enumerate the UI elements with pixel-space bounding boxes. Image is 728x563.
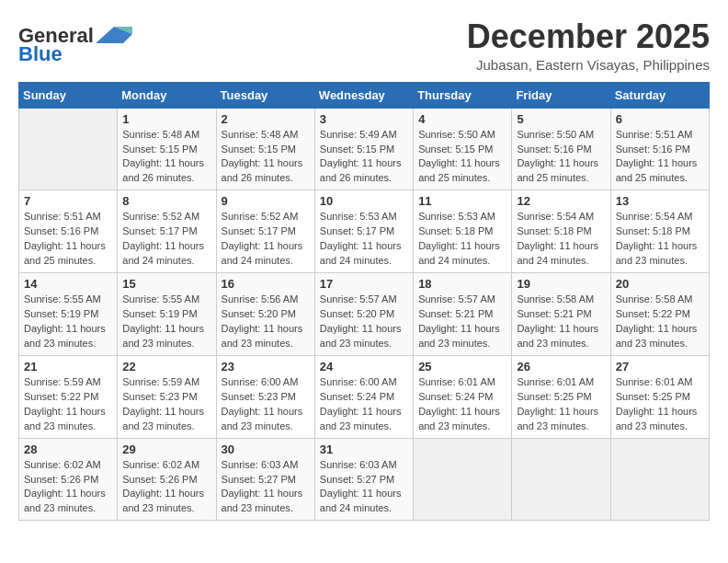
calendar-cell: 3Sunrise: 5:49 AM Sunset: 5:15 PM Daylig…: [314, 108, 413, 190]
day-number: 1: [122, 112, 210, 126]
day-number: 17: [320, 277, 408, 291]
day-number: 9: [222, 194, 310, 208]
day-number: 12: [517, 194, 605, 208]
week-row-2: 7Sunrise: 5:51 AM Sunset: 5:16 PM Daylig…: [19, 190, 710, 273]
header-row: SundayMondayTuesdayWednesdayThursdayFrid…: [19, 82, 710, 108]
day-info: Sunrise: 6:01 AM Sunset: 5:24 PM Dayligh…: [418, 375, 506, 434]
calendar-cell: [19, 108, 118, 190]
day-number: 15: [122, 277, 210, 291]
day-info: Sunrise: 5:48 AM Sunset: 5:15 PM Dayligh…: [222, 128, 310, 187]
day-info: Sunrise: 5:58 AM Sunset: 5:22 PM Dayligh…: [616, 293, 704, 351]
calendar-cell: 29Sunrise: 6:02 AM Sunset: 5:26 PM Dayli…: [118, 438, 216, 521]
col-header-tuesday: Tuesday: [216, 82, 314, 108]
day-number: 24: [320, 360, 408, 373]
calendar-cell: 24Sunrise: 6:00 AM Sunset: 5:24 PM Dayli…: [314, 355, 413, 438]
day-number: 26: [517, 360, 605, 373]
day-info: Sunrise: 5:52 AM Sunset: 5:17 PM Dayligh…: [222, 210, 310, 269]
calendar-table: SundayMondayTuesdayWednesdayThursdayFrid…: [18, 82, 710, 522]
col-header-thursday: Thursday: [414, 82, 512, 108]
calendar-cell: 15Sunrise: 5:55 AM Sunset: 5:19 PM Dayli…: [118, 273, 216, 356]
calendar-cell: 1Sunrise: 5:48 AM Sunset: 5:15 PM Daylig…: [118, 108, 216, 190]
day-info: Sunrise: 5:50 AM Sunset: 5:15 PM Dayligh…: [418, 128, 506, 187]
day-info: Sunrise: 6:02 AM Sunset: 5:26 PM Dayligh…: [24, 458, 112, 517]
calendar-cell: 27Sunrise: 6:01 AM Sunset: 5:25 PM Dayli…: [610, 355, 709, 438]
calendar-cell: 26Sunrise: 6:01 AM Sunset: 5:25 PM Dayli…: [512, 355, 610, 438]
calendar-cell: 20Sunrise: 5:58 AM Sunset: 5:22 PM Dayli…: [610, 273, 709, 356]
day-number: 31: [320, 442, 408, 456]
col-header-sunday: Sunday: [19, 82, 118, 108]
day-number: 28: [24, 442, 112, 456]
day-info: Sunrise: 5:59 AM Sunset: 5:22 PM Dayligh…: [24, 375, 112, 434]
day-number: 3: [320, 112, 408, 126]
calendar-cell: 10Sunrise: 5:53 AM Sunset: 5:17 PM Dayli…: [314, 190, 413, 273]
day-info: Sunrise: 6:03 AM Sunset: 5:27 PM Dayligh…: [320, 458, 408, 517]
day-number: 25: [418, 360, 506, 373]
calendar-cell: 11Sunrise: 5:53 AM Sunset: 5:18 PM Dayli…: [414, 190, 512, 273]
day-number: 18: [418, 277, 506, 291]
calendar-cell: 23Sunrise: 6:00 AM Sunset: 5:23 PM Dayli…: [216, 355, 314, 438]
day-number: 11: [418, 194, 506, 208]
day-info: Sunrise: 6:02 AM Sunset: 5:26 PM Dayligh…: [122, 458, 210, 517]
header: General Blue December 2025 Jubasan, East…: [18, 18, 710, 73]
calendar-cell: 31Sunrise: 6:03 AM Sunset: 5:27 PM Dayli…: [314, 438, 413, 521]
calendar-cell: 7Sunrise: 5:51 AM Sunset: 5:16 PM Daylig…: [19, 190, 118, 273]
day-info: Sunrise: 5:54 AM Sunset: 5:18 PM Dayligh…: [616, 210, 704, 269]
week-row-5: 28Sunrise: 6:02 AM Sunset: 5:26 PM Dayli…: [19, 438, 710, 521]
calendar-cell: 16Sunrise: 5:56 AM Sunset: 5:20 PM Dayli…: [216, 273, 314, 356]
day-info: Sunrise: 6:00 AM Sunset: 5:23 PM Dayligh…: [222, 375, 310, 434]
logo-icon: [96, 27, 132, 43]
day-info: Sunrise: 5:48 AM Sunset: 5:15 PM Dayligh…: [122, 128, 210, 187]
calendar-cell: [414, 438, 512, 521]
day-info: Sunrise: 5:56 AM Sunset: 5:20 PM Dayligh…: [222, 293, 310, 351]
col-header-wednesday: Wednesday: [314, 82, 413, 108]
day-info: Sunrise: 5:57 AM Sunset: 5:21 PM Dayligh…: [418, 293, 506, 351]
calendar-cell: 17Sunrise: 5:57 AM Sunset: 5:20 PM Dayli…: [314, 273, 413, 356]
day-info: Sunrise: 5:51 AM Sunset: 5:16 PM Dayligh…: [616, 128, 704, 187]
day-number: 30: [222, 442, 310, 456]
col-header-saturday: Saturday: [610, 82, 709, 108]
calendar-cell: 30Sunrise: 6:03 AM Sunset: 5:27 PM Dayli…: [216, 438, 314, 521]
day-info: Sunrise: 5:53 AM Sunset: 5:17 PM Dayligh…: [320, 210, 408, 269]
day-info: Sunrise: 5:57 AM Sunset: 5:20 PM Dayligh…: [320, 293, 408, 351]
calendar-cell: 18Sunrise: 5:57 AM Sunset: 5:21 PM Dayli…: [414, 273, 512, 356]
calendar-cell: 8Sunrise: 5:52 AM Sunset: 5:17 PM Daylig…: [118, 190, 216, 273]
day-info: Sunrise: 5:58 AM Sunset: 5:21 PM Dayligh…: [517, 293, 605, 351]
calendar-cell: 5Sunrise: 5:50 AM Sunset: 5:16 PM Daylig…: [512, 108, 610, 190]
location-title: Jubasan, Eastern Visayas, Philippines: [467, 57, 710, 73]
calendar-cell: 28Sunrise: 6:02 AM Sunset: 5:26 PM Dayli…: [19, 438, 118, 521]
day-info: Sunrise: 5:53 AM Sunset: 5:18 PM Dayligh…: [418, 210, 506, 269]
day-number: 22: [122, 360, 210, 373]
week-row-4: 21Sunrise: 5:59 AM Sunset: 5:22 PM Dayli…: [19, 355, 710, 438]
day-number: 16: [222, 277, 310, 291]
day-number: 19: [517, 277, 605, 291]
day-number: 7: [24, 194, 112, 208]
day-info: Sunrise: 5:59 AM Sunset: 5:23 PM Dayligh…: [122, 375, 210, 434]
day-info: Sunrise: 5:55 AM Sunset: 5:19 PM Dayligh…: [24, 293, 112, 351]
day-number: 13: [616, 194, 704, 208]
calendar-cell: 14Sunrise: 5:55 AM Sunset: 5:19 PM Dayli…: [19, 273, 118, 356]
calendar-cell: 2Sunrise: 5:48 AM Sunset: 5:15 PM Daylig…: [216, 108, 314, 190]
day-number: 8: [122, 194, 210, 208]
day-number: 27: [616, 360, 704, 373]
calendar-cell: 21Sunrise: 5:59 AM Sunset: 5:22 PM Dayli…: [19, 355, 118, 438]
calendar-cell: 13Sunrise: 5:54 AM Sunset: 5:18 PM Dayli…: [610, 190, 709, 273]
day-number: 4: [418, 112, 506, 126]
day-number: 5: [517, 112, 605, 126]
day-info: Sunrise: 5:54 AM Sunset: 5:18 PM Dayligh…: [517, 210, 605, 269]
day-info: Sunrise: 5:52 AM Sunset: 5:17 PM Dayligh…: [122, 210, 210, 269]
calendar-cell: [512, 438, 610, 521]
day-info: Sunrise: 6:01 AM Sunset: 5:25 PM Dayligh…: [517, 375, 605, 434]
week-row-3: 14Sunrise: 5:55 AM Sunset: 5:19 PM Dayli…: [19, 273, 710, 356]
logo: General Blue: [18, 24, 132, 66]
calendar-cell: 4Sunrise: 5:50 AM Sunset: 5:15 PM Daylig…: [414, 108, 512, 190]
calendar-cell: 25Sunrise: 6:01 AM Sunset: 5:24 PM Dayli…: [414, 355, 512, 438]
week-row-1: 1Sunrise: 5:48 AM Sunset: 5:15 PM Daylig…: [19, 108, 710, 190]
calendar-cell: 22Sunrise: 5:59 AM Sunset: 5:23 PM Dayli…: [118, 355, 216, 438]
calendar-cell: 19Sunrise: 5:58 AM Sunset: 5:21 PM Dayli…: [512, 273, 610, 356]
day-number: 21: [24, 360, 112, 373]
month-title: December 2025: [467, 18, 710, 55]
logo-blue-text: Blue: [18, 42, 63, 66]
col-header-monday: Monday: [118, 82, 216, 108]
day-info: Sunrise: 5:49 AM Sunset: 5:15 PM Dayligh…: [320, 128, 408, 187]
day-info: Sunrise: 5:51 AM Sunset: 5:16 PM Dayligh…: [24, 210, 112, 269]
